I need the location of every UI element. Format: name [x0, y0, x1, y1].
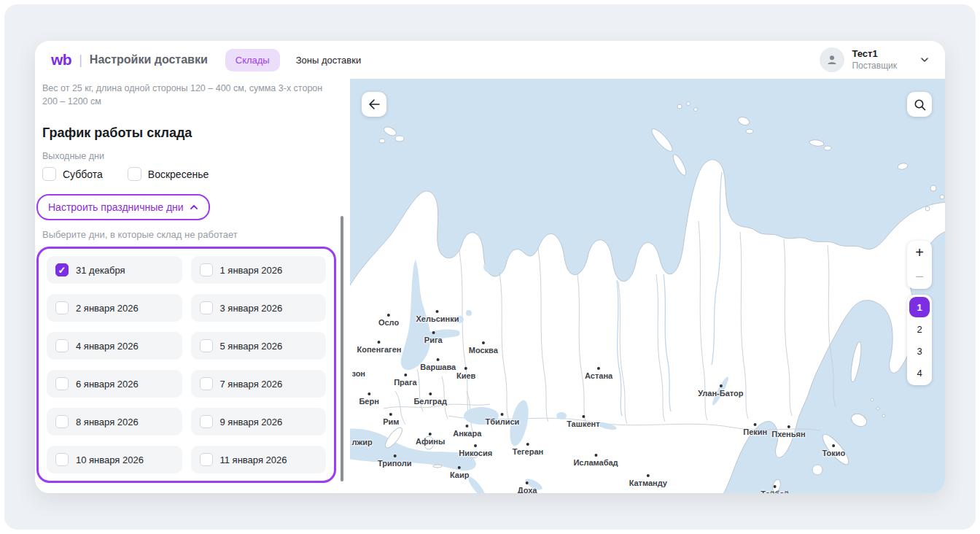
holidays-box: 31 декабря 1 января 2026 2 января 2026 3…	[36, 247, 336, 483]
holiday-checkbox-item[interactable]: 2 января 2026	[47, 294, 182, 322]
panel-scrollbar[interactable]	[341, 216, 343, 481]
holiday-checkbox-item[interactable]: 9 января 2026	[191, 408, 327, 436]
checkbox-icon[interactable]	[128, 167, 141, 181]
holiday-checkbox[interactable]	[200, 415, 213, 428]
holiday-label: 7 января 2026	[220, 379, 283, 390]
weekend-label: Выходные дни	[42, 151, 350, 161]
holiday-checkbox[interactable]	[55, 415, 69, 428]
holiday-checkbox[interactable]	[200, 263, 213, 276]
search-icon	[914, 98, 926, 111]
zoom-out-button[interactable]: −	[907, 265, 932, 289]
map-page-button-1[interactable]: 1	[909, 297, 930, 317]
holiday-label: 1 января 2026	[220, 265, 283, 276]
holiday-checkbox-item[interactable]: 8 января 2026	[47, 408, 182, 436]
holidays-toggle-button[interactable]: Настроить праздничные дни	[36, 194, 210, 220]
holiday-label: 3 января 2026	[220, 303, 283, 314]
holiday-label: 2 января 2026	[76, 303, 139, 314]
holiday-checkbox[interactable]	[200, 301, 213, 314]
holidays-toggle-label: Настроить праздничные дни	[48, 201, 184, 213]
user-menu[interactable]: Тест1 Поставщик	[820, 47, 929, 72]
zoom-panel: + −	[907, 241, 932, 289]
holiday-checkbox[interactable]	[55, 453, 69, 466]
person-icon	[826, 54, 838, 66]
user-name: Тест1	[852, 48, 897, 60]
schedule-title: График работы склада	[42, 125, 350, 141]
map[interactable]: ОслоХельсинкиРигаКопенгагенМоскваВаршава…	[350, 79, 945, 493]
holiday-checkbox[interactable]	[200, 453, 213, 466]
holiday-checkbox-item[interactable]: 1 января 2026	[191, 256, 327, 284]
settings-panel: Вес от 25 кг, длина одной стороны 120 – …	[35, 79, 350, 493]
tab-warehouses[interactable]: Склады	[225, 49, 280, 71]
map-page-button-4[interactable]: 4	[909, 363, 930, 383]
holiday-checkbox[interactable]	[55, 263, 69, 276]
holiday-label: 8 января 2026	[76, 417, 139, 427]
checkbox-icon[interactable]	[42, 167, 56, 181]
checkbox-label: Воскресенье	[148, 169, 209, 180]
map-search-button[interactable]	[907, 92, 932, 117]
logo-divider: |	[79, 53, 82, 68]
holiday-label: 4 января 2026	[76, 341, 139, 352]
tab-delivery-zones[interactable]: Зоны доставки	[286, 49, 371, 71]
checkbox-saturday[interactable]: Суббота	[42, 167, 103, 181]
holiday-checkbox-item[interactable]: 5 января 2026	[191, 332, 327, 360]
map-canvas	[350, 79, 945, 493]
holiday-checkbox[interactable]	[55, 377, 69, 390]
size-note: Вес от 25 кг, длина одной стороны 120 – …	[42, 82, 332, 108]
user-role: Поставщик	[852, 61, 897, 71]
chevron-down-icon[interactable]	[920, 57, 929, 63]
holiday-label: 5 января 2026	[220, 341, 283, 352]
checkbox-label: Суббота	[63, 169, 103, 180]
holiday-checkbox-item[interactable]: 4 января 2026	[47, 332, 182, 360]
holiday-checkbox[interactable]	[200, 339, 213, 352]
holiday-label: 10 января 2026	[76, 454, 144, 465]
holiday-checkbox-item[interactable]: 6 января 2026	[47, 370, 182, 398]
arrow-left-icon	[368, 99, 380, 109]
map-back-button[interactable]	[362, 92, 386, 117]
holiday-checkbox[interactable]	[55, 301, 69, 314]
holiday-label: 11 января 2026	[220, 454, 287, 465]
holiday-checkbox[interactable]	[200, 377, 213, 390]
wb-logo: wb	[51, 51, 71, 69]
page-title: Настройки доставки	[90, 53, 208, 66]
holiday-label: 6 января 2026	[76, 379, 139, 390]
holiday-checkbox-item[interactable]: 31 декабря	[47, 256, 182, 284]
zoom-in-button[interactable]: +	[907, 241, 932, 265]
holidays-hint: Выберите дни, в которые склад не работае…	[42, 229, 350, 240]
map-page-button-3[interactable]: 3	[909, 341, 930, 361]
app-window: wb | Настройки доставки Склады Зоны дост…	[35, 41, 945, 493]
header-tabs: Склады Зоны доставки	[225, 49, 371, 71]
holiday-checkbox-item[interactable]: 7 января 2026	[191, 370, 327, 398]
user-info: Тест1 Поставщик	[852, 48, 897, 71]
holidays-grid: 31 декабря 1 января 2026 2 января 2026 3…	[47, 256, 326, 473]
holiday-label: 31 декабря	[76, 265, 125, 276]
holiday-checkbox-item[interactable]: 11 января 2026	[191, 446, 327, 473]
weekend-checkboxes: Суббота Воскресенье	[42, 167, 350, 181]
holiday-checkbox[interactable]	[55, 339, 69, 352]
avatar	[820, 47, 844, 72]
checkbox-sunday[interactable]: Воскресенье	[128, 167, 209, 181]
map-page-list: 1234	[907, 295, 932, 385]
chevron-up-icon	[190, 204, 198, 210]
map-page-button-2[interactable]: 2	[909, 319, 930, 339]
app-header: wb | Настройки доставки Склады Зоны дост…	[35, 41, 945, 79]
holiday-label: 9 января 2026	[220, 417, 283, 427]
holiday-checkbox-item[interactable]: 10 января 2026	[47, 446, 182, 473]
holiday-checkbox-item[interactable]: 3 января 2026	[191, 294, 327, 322]
